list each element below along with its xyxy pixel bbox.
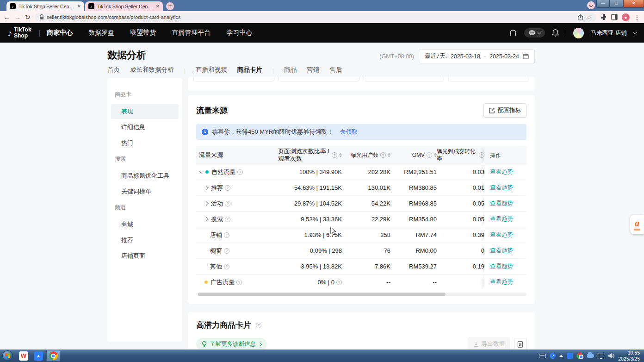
view-trend-link[interactable]: 查看趋势: [490, 215, 513, 223]
help-icon[interactable]: ?: [224, 232, 229, 238]
claim-coupon-link[interactable]: 去领取: [340, 128, 358, 136]
screen: ♪ TikTok Shop Seller Center | Cre ✕ ♪ Ti…: [0, 0, 644, 362]
nav-compass[interactable]: 数据罗盘: [88, 29, 114, 37]
sidebar-item-mall[interactable]: 商城: [111, 217, 179, 232]
view-trend-link[interactable]: 查看趋势: [490, 278, 513, 286]
taskbar-clock[interactable]: 10:55 2025/3/25: [618, 350, 643, 362]
view-trend-link[interactable]: 查看趋势: [490, 168, 513, 176]
nav-academy[interactable]: 学习中心: [226, 29, 252, 37]
profile-avatar[interactable]: ●: [622, 13, 630, 21]
address-bar[interactable]: seller.tiktokglobalshop.com/compass/prod…: [35, 13, 596, 22]
taskbar-chrome-icon[interactable]: [46, 350, 60, 362]
cloud-drive-icon[interactable]: [587, 354, 594, 358]
browser-tab-2[interactable]: ♪ TikTok Shop Seller Center | Cre ✕: [85, 1, 163, 11]
sidebar-item-shop-page[interactable]: 店铺页面: [111, 249, 179, 263]
tiktok-shop-logo[interactable]: ♪ TikTokShop: [7, 27, 31, 38]
help-icon[interactable]: ?: [256, 323, 261, 328]
help-icon[interactable]: ?: [236, 280, 242, 285]
windows-taskbar: W ▲ ? 10:55 2025/3/25: [0, 350, 644, 362]
collapse-icon[interactable]: [199, 169, 204, 174]
tray-chrome-icon[interactable]: [576, 353, 583, 359]
input-method-icon[interactable]: [539, 354, 546, 358]
nav-affiliate[interactable]: 联盟带货: [130, 29, 156, 37]
tab-growth[interactable]: 成长和数据分析: [130, 66, 174, 79]
help-icon[interactable]: ?: [225, 185, 230, 191]
view-trend-link[interactable]: 查看趋势: [490, 262, 513, 270]
export-data-button[interactable]: 导出数据: [468, 337, 510, 350]
traffic-source-title: 流量来源: [196, 105, 228, 116]
forward-icon[interactable]: →: [14, 13, 21, 21]
configure-metrics-button[interactable]: 配置指标: [483, 103, 526, 118]
maximize-button[interactable]: □: [610, 0, 623, 8]
sidebar-item-details[interactable]: 详细信息: [111, 120, 179, 135]
side-panel-icon[interactable]: [611, 14, 618, 20]
view-trend-link[interactable]: 查看趋势: [490, 247, 513, 255]
tab-close-icon[interactable]: ✕: [156, 4, 160, 9]
share-icon[interactable]: [577, 14, 583, 20]
help-icon[interactable]: ?: [332, 152, 337, 158]
taskbar-wps-icon[interactable]: W: [17, 350, 31, 362]
sidebar-item-recommend[interactable]: 推荐: [111, 233, 179, 248]
date-range-picker[interactable]: 最近7天: 2025-03-18 - 2025-03-24: [419, 49, 535, 63]
sidebar-item-title-optimizer[interactable]: 商品标题优化工具: [111, 169, 179, 183]
network-icon[interactable]: [598, 354, 604, 358]
promo-float-widget[interactable]: a: [630, 215, 644, 234]
report-doc-button[interactable]: [514, 338, 526, 350]
view-trend-link[interactable]: 查看趋势: [490, 231, 513, 239]
help-tray-icon[interactable]: ?: [550, 353, 556, 359]
start-button[interactable]: [2, 350, 13, 361]
help-icon[interactable]: ?: [427, 152, 432, 158]
show-hidden-icons[interactable]: [559, 355, 563, 357]
help-icon[interactable]: ?: [380, 152, 386, 158]
edit-icon: [489, 107, 495, 113]
close-button[interactable]: ✕: [623, 0, 644, 8]
store-name[interactable]: 马来西亚 店铺: [591, 29, 627, 37]
help-icon[interactable]: ?: [479, 152, 484, 158]
sidebar-item-hot[interactable]: 热门: [111, 136, 179, 150]
taskbar-docs-icon[interactable]: ▲: [31, 350, 45, 362]
browser-tab-1[interactable]: ♪ TikTok Shop Seller Center | Cre ✕: [6, 1, 84, 11]
view-trend-link[interactable]: 查看趋势: [490, 200, 513, 207]
timezone-label: (GMT+08:00): [379, 53, 414, 60]
tab-close-icon[interactable]: ✕: [77, 4, 81, 9]
sidebar-item-keyword-rank[interactable]: 关键词榜单: [111, 184, 179, 199]
clock-icon: [202, 129, 208, 135]
back-icon[interactable]: ←: [4, 13, 10, 21]
help-icon[interactable]: ?: [224, 248, 229, 254]
extensions-puzzle-icon[interactable]: [601, 14, 607, 20]
diagnosis-link[interactable]: 了解更多诊断信息: [196, 338, 267, 350]
new-tab-button[interactable]: +: [166, 2, 174, 10]
organic-dot-icon: [205, 170, 209, 174]
help-icon[interactable]: ?: [225, 201, 230, 206]
clipped-metric-card: [188, 77, 535, 91]
store-avatar[interactable]: [573, 28, 584, 38]
help-icon[interactable]: ?: [237, 169, 243, 175]
nav-live-platform[interactable]: 直播管理平台: [172, 29, 211, 37]
help-icon[interactable]: ?: [225, 217, 230, 222]
tab-home[interactable]: 首页: [107, 66, 120, 79]
browser-menu-icon[interactable]: ⋮: [634, 13, 640, 21]
col-action: 操作: [484, 146, 526, 164]
expand-icon[interactable]: [204, 217, 209, 222]
lightbulb-icon: [202, 341, 207, 347]
nav-seller-center[interactable]: 商家中心: [47, 29, 73, 37]
refresh-icon[interactable]: ↻: [25, 13, 31, 21]
volume-icon[interactable]: [608, 353, 614, 359]
tab-search-button[interactable]: [587, 1, 595, 9]
expand-icon[interactable]: [204, 186, 209, 190]
notification-bell-icon[interactable]: [552, 29, 559, 37]
message-center-button[interactable]: [524, 28, 545, 37]
bookmark-star-icon[interactable]: ☆: [586, 14, 592, 21]
help-icon[interactable]: ?: [336, 280, 342, 285]
help-icon[interactable]: ?: [224, 264, 229, 269]
date-separator: -: [484, 53, 486, 60]
horizontal-scrollbar[interactable]: [196, 293, 526, 296]
scrollbar-thumb[interactable]: [198, 293, 446, 296]
minimize-button[interactable]: —: [596, 0, 610, 8]
view-trend-link[interactable]: 查看趋势: [490, 184, 513, 192]
tray-app-icon[interactable]: [567, 353, 573, 359]
chevron-down-icon[interactable]: [633, 31, 637, 34]
expand-icon[interactable]: [204, 201, 209, 206]
headset-icon[interactable]: [509, 29, 517, 37]
sidebar-item-performance[interactable]: 表现: [111, 104, 179, 119]
